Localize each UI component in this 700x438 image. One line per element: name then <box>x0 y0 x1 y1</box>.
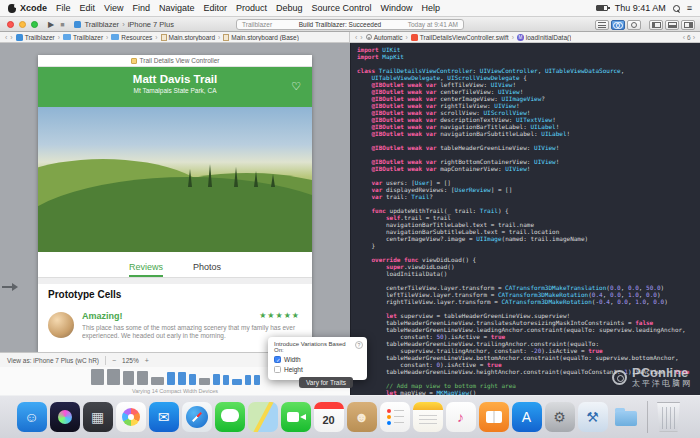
device-phone-s-icon[interactable] <box>223 375 229 385</box>
dock-notes-icon[interactable] <box>413 402 443 432</box>
zoom-window-button[interactable] <box>31 21 38 28</box>
dock-facetime-icon[interactable] <box>281 402 311 432</box>
breadcrumb-item[interactable]: Resources <box>111 34 152 41</box>
dock-appstore-icon[interactable]: A <box>512 402 542 432</box>
editor-standard-button[interactable] <box>595 20 609 30</box>
device-phone-land-icon[interactable] <box>199 378 210 385</box>
dock-maps-icon[interactable] <box>248 402 278 432</box>
dock-contacts-icon[interactable]: ☻ <box>347 402 377 432</box>
breadcrumb-item[interactable]: Trailblazer <box>16 34 55 41</box>
dock-reminders-icon[interactable] <box>380 402 410 432</box>
vary-for-traits-button[interactable]: Vary for Traits <box>299 377 353 388</box>
dock-safari-icon[interactable] <box>182 402 212 432</box>
breadcrumb-item[interactable]: loadInitialData() <box>517 34 572 41</box>
apple-menu-icon[interactable] <box>8 4 16 13</box>
breadcrumb-item[interactable]: TrailDetailsViewController.swift <box>411 34 509 41</box>
device-phone-s-icon[interactable] <box>254 375 260 385</box>
code-line: @IBOutlet weak var rightTileView: UIView… <box>357 102 700 109</box>
variation-option-width[interactable]: Width <box>274 356 361 363</box>
menu-help[interactable]: Help <box>422 3 441 13</box>
dock-prefs-icon[interactable]: ⚙ <box>545 402 575 432</box>
dock-messages-icon[interactable] <box>215 402 245 432</box>
menu-find[interactable]: Find <box>132 3 150 13</box>
zoom-out-button[interactable]: − <box>112 357 116 364</box>
dock-trash-icon[interactable] <box>654 402 684 432</box>
device-phone-l-icon[interactable] <box>167 372 175 385</box>
view-controller-card[interactable]: Trail Details View Controller Matt Davis… <box>38 55 312 352</box>
dock-itunes-icon[interactable]: ♪ <box>446 402 476 432</box>
dock-ibooks-icon[interactable] <box>479 402 509 432</box>
help-button[interactable]: ? <box>355 341 363 349</box>
menu-view[interactable]: View <box>104 3 123 13</box>
app-scheme-icon <box>74 21 81 28</box>
zoom-in-button[interactable]: + <box>145 357 149 364</box>
menu-product[interactable]: Product <box>236 3 267 13</box>
breadcrumb-item[interactable]: Main.storyboard <box>161 34 216 41</box>
spotlight-search-icon[interactable] <box>673 5 680 12</box>
toggle-inspector-button[interactable] <box>681 20 695 30</box>
device-phone-land-s-icon[interactable] <box>232 379 242 385</box>
menu-navigate[interactable]: Navigate <box>159 3 195 13</box>
tab-reviews[interactable]: Reviews <box>129 262 163 277</box>
menu-edit[interactable]: Edit <box>80 3 96 13</box>
menubar-clock[interactable]: Thu 9:41 AM <box>615 3 666 13</box>
tab-photos[interactable]: Photos <box>193 262 221 277</box>
prev-issue-button[interactable]: ‹ <box>683 34 685 41</box>
dock-finder-icon[interactable]: ☺ <box>17 402 47 432</box>
device-ipad-l-icon[interactable] <box>91 369 104 385</box>
view-as-label[interactable]: View as: iPhone 7 Plus (wC hR) <box>7 357 99 364</box>
back-button-code[interactable]: ‹ <box>355 34 357 41</box>
breadcrumb-separator: › <box>218 34 220 41</box>
device-ipad-icon[interactable] <box>123 371 134 385</box>
close-window-button[interactable] <box>7 21 14 28</box>
notification-center-icon[interactable]: ≡ <box>687 4 692 13</box>
toggle-debug-button[interactable] <box>665 20 679 30</box>
device-phone-icon[interactable] <box>189 374 196 385</box>
menu-file[interactable]: File <box>56 3 71 13</box>
run-button[interactable]: ▶ <box>48 20 54 29</box>
dock-siri-icon[interactable] <box>50 402 80 432</box>
scheme-selector[interactable]: Trailblazer › iPhone 7 Plus <box>74 20 174 29</box>
checkbox-checked-icon[interactable] <box>274 356 281 363</box>
dock-xcode-icon[interactable]: ⚒ <box>578 402 608 432</box>
device-ipad-icon[interactable] <box>137 371 148 385</box>
menu-xcode[interactable]: Xcode <box>20 3 47 13</box>
dock-folder-icon[interactable] <box>611 402 641 432</box>
breadcrumb-item[interactable]: Trailblazer <box>63 34 103 41</box>
trail-header[interactable]: Matt Davis Trail Mt Tamalpais State Park… <box>38 67 312 107</box>
source-editor[interactable]: import UIKitimport MapKit class TrailDet… <box>350 43 700 395</box>
variation-option-height[interactable]: Height <box>274 366 361 373</box>
code-line: var users: [User] = [] <box>357 179 700 186</box>
device-ipad-l-icon[interactable] <box>107 369 120 385</box>
breadcrumb-left: Trailblazer›Trailblazer›Resources›Main.s… <box>16 34 299 41</box>
forward-button-code[interactable]: › <box>360 34 362 41</box>
device-phone-s-icon[interactable] <box>245 375 251 385</box>
favorite-heart-icon[interactable]: ♡ <box>291 80 301 93</box>
device-phone-l-icon[interactable] <box>178 372 186 385</box>
menu-debug[interactable]: Debug <box>276 3 303 13</box>
stop-button[interactable]: ■ <box>60 21 64 28</box>
editor-assistant-button[interactable] <box>611 20 625 30</box>
menubar-status: Thu 9:41 AM ≡ <box>596 3 692 13</box>
device-phone-icon[interactable] <box>213 374 220 385</box>
breadcrumb-item[interactable]: Automatic <box>366 34 403 41</box>
code-editor[interactable]: import UIKitimport MapKit class TrailDet… <box>351 43 700 395</box>
checkbox-unchecked-icon[interactable] <box>274 366 281 373</box>
menu-editor[interactable]: Editor <box>203 3 227 13</box>
back-button[interactable]: ‹ <box>5 34 7 41</box>
menu-source-control[interactable]: Source Control <box>312 3 372 13</box>
minimize-window-button[interactable] <box>19 21 26 28</box>
dock-photos-icon[interactable] <box>116 402 146 432</box>
breadcrumb-item[interactable]: Main.storyboard (Base) <box>223 34 299 41</box>
dock-mail-icon[interactable]: ✉ <box>149 402 179 432</box>
editor-version-button[interactable] <box>627 20 641 30</box>
forward-button[interactable]: › <box>10 34 12 41</box>
device-phone-land-l-icon[interactable] <box>151 377 164 385</box>
view-controller-titlebar[interactable]: Trail Details View Controller <box>38 55 312 67</box>
dock-calendar-icon[interactable]: 20 <box>314 402 344 432</box>
next-issue-button[interactable]: › <box>693 34 695 41</box>
view-controller-title: Trail Details View Controller <box>140 57 220 64</box>
dock-launchpad-icon[interactable]: ▦ <box>83 402 113 432</box>
toggle-navigator-button[interactable] <box>649 20 663 30</box>
menu-window[interactable]: Window <box>381 3 413 13</box>
